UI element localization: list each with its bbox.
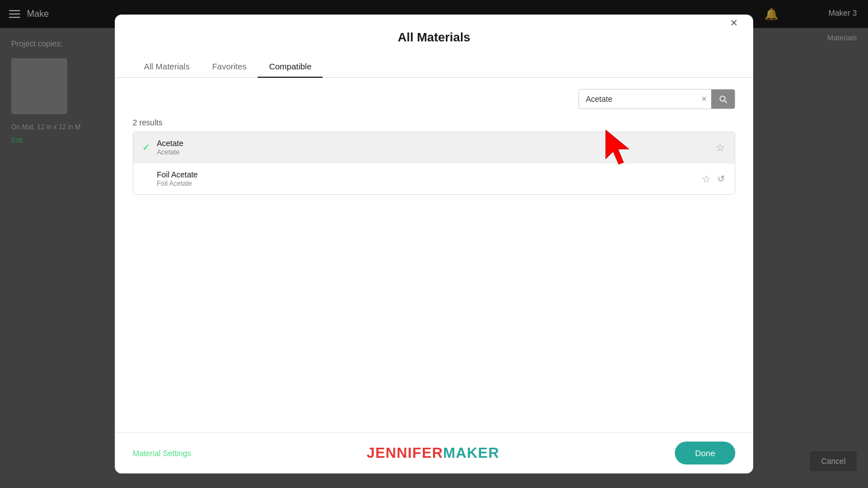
search-box: × <box>578 89 735 109</box>
materials-modal: All Materials × All Materials Favorites … <box>115 15 753 473</box>
check-icon: ✓ <box>142 142 155 153</box>
done-button[interactable]: Done <box>675 442 735 464</box>
tabs-container: All Materials Favorites Compatible <box>115 45 753 78</box>
favorite-button[interactable]: ☆ <box>701 173 712 185</box>
brand-maker: MAKER <box>443 444 499 462</box>
tab-all-materials[interactable]: All Materials <box>133 56 201 78</box>
red-cursor <box>603 128 637 169</box>
material-info: Foil Acetate Foil Acetate <box>155 170 701 187</box>
search-clear-button[interactable]: × <box>697 95 711 104</box>
material-row[interactable]: Foil Acetate Foil Acetate ☆ ↺ <box>133 163 735 194</box>
tab-favorites[interactable]: Favorites <box>201 56 258 78</box>
close-button[interactable]: × <box>728 15 740 31</box>
results-area: 2 results ✓ Acetate Acetate ☆ <box>115 109 753 432</box>
modal-overlay: All Materials × All Materials Favorites … <box>0 0 868 488</box>
brand-logo: JENNIFER MAKER <box>367 444 500 462</box>
material-list: ✓ Acetate Acetate ☆ Foil Acetate Foil Ac… <box>133 132 735 195</box>
material-row[interactable]: ✓ Acetate Acetate ☆ <box>133 132 735 163</box>
search-area: × <box>115 78 753 109</box>
brand-jennifer: JENNIFER <box>367 444 444 462</box>
search-submit-button[interactable] <box>711 90 735 109</box>
modal-title: All Materials <box>398 30 470 45</box>
row-actions: ☆ ↺ <box>701 173 726 185</box>
reset-button[interactable]: ↺ <box>716 173 726 185</box>
favorite-button[interactable]: ☆ <box>715 142 726 154</box>
search-icon <box>718 94 728 104</box>
material-settings-button[interactable]: Material Settings <box>133 449 191 458</box>
row-actions: ☆ <box>715 142 726 154</box>
material-sub: Foil Acetate <box>157 180 701 187</box>
search-input[interactable] <box>579 90 697 108</box>
modal-footer: Material Settings JENNIFER MAKER Done <box>115 432 753 473</box>
results-count: 2 results <box>133 118 735 127</box>
modal-header: All Materials × <box>115 15 753 45</box>
svg-marker-0 <box>606 130 628 164</box>
material-name: Foil Acetate <box>157 170 701 179</box>
tab-compatible[interactable]: Compatible <box>258 56 323 78</box>
